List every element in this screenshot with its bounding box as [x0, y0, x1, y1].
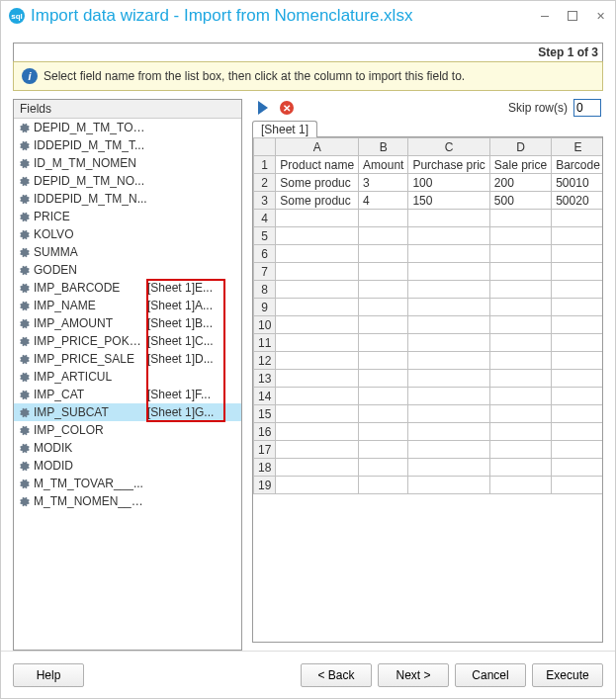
cell[interactable]: [359, 370, 408, 388]
cell[interactable]: [552, 210, 603, 227]
cell[interactable]: [276, 263, 359, 281]
cell[interactable]: [276, 477, 359, 494]
row-header[interactable]: 18: [254, 459, 276, 477]
close-button[interactable]: [593, 9, 607, 23]
cell[interactable]: [276, 210, 359, 227]
cell[interactable]: [408, 477, 489, 494]
field-row[interactable]: KOLVO: [14, 225, 241, 243]
field-row[interactable]: DEPID_M_TM_TOVAR: [14, 119, 241, 136]
cell[interactable]: [552, 477, 603, 494]
cell[interactable]: [276, 281, 359, 299]
row-header[interactable]: 16: [254, 423, 276, 441]
field-row[interactable]: MODIK: [14, 439, 241, 457]
cell[interactable]: [552, 388, 603, 405]
cell[interactable]: [359, 316, 408, 334]
maximize-button[interactable]: [566, 9, 579, 23]
row-header[interactable]: 19: [254, 477, 276, 494]
field-row[interactable]: IMP_AMOUNT[Sheet 1]B...: [14, 314, 241, 332]
cell[interactable]: 200: [489, 174, 551, 192]
field-row[interactable]: M_TM_TOVAR___...: [14, 475, 241, 492]
row-header[interactable]: 7: [254, 263, 276, 281]
cell[interactable]: [276, 316, 359, 334]
cell[interactable]: [408, 245, 489, 263]
row-header[interactable]: 6: [254, 245, 276, 263]
delete-button[interactable]: ✕: [278, 99, 296, 117]
field-row[interactable]: IMP_SUBCAT[Sheet 1]G...: [14, 403, 241, 421]
cell[interactable]: [359, 405, 408, 423]
cell[interactable]: [408, 227, 489, 245]
row-header[interactable]: 3: [254, 192, 276, 210]
cell[interactable]: [276, 405, 359, 423]
row-header[interactable]: 2: [254, 174, 276, 192]
cell[interactable]: [489, 423, 551, 441]
cell[interactable]: [552, 263, 603, 281]
cell[interactable]: [359, 477, 408, 494]
cell[interactable]: [359, 299, 408, 316]
cell[interactable]: Product name: [276, 156, 359, 174]
fields-list[interactable]: DEPID_M_TM_TOVARIDDEPID_M_TM_T...ID_M_TM…: [14, 119, 241, 650]
field-row[interactable]: PRICE: [14, 208, 241, 225]
cell[interactable]: [359, 334, 408, 352]
execute-button[interactable]: Execute: [532, 663, 603, 687]
cell[interactable]: 150: [408, 192, 489, 210]
cell[interactable]: [359, 423, 408, 441]
row-header[interactable]: 14: [254, 388, 276, 405]
row-header[interactable]: 12: [254, 352, 276, 370]
cell[interactable]: [552, 299, 603, 316]
cell[interactable]: [408, 263, 489, 281]
cell[interactable]: [552, 370, 603, 388]
cancel-button[interactable]: Cancel: [455, 663, 526, 687]
cell[interactable]: [408, 405, 489, 423]
column-header[interactable]: D: [489, 138, 551, 156]
cell[interactable]: [489, 370, 551, 388]
column-header[interactable]: E: [552, 138, 603, 156]
sheet-tab[interactable]: [Sheet 1]: [252, 121, 317, 137]
cell[interactable]: [276, 334, 359, 352]
cell[interactable]: [408, 441, 489, 459]
cell[interactable]: [489, 459, 551, 477]
cell[interactable]: [276, 459, 359, 477]
spreadsheet-grid[interactable]: ABCDE1Product nameAmountPurchase pricSal…: [252, 137, 603, 643]
cell[interactable]: [489, 263, 551, 281]
cell[interactable]: [552, 281, 603, 299]
cell[interactable]: 4: [359, 192, 408, 210]
row-header[interactable]: 4: [254, 210, 276, 227]
cell[interactable]: [276, 370, 359, 388]
cell[interactable]: [408, 299, 489, 316]
cell[interactable]: 500: [489, 192, 551, 210]
cell[interactable]: [408, 370, 489, 388]
help-button[interactable]: Help: [13, 663, 84, 687]
column-header[interactable]: B: [359, 138, 408, 156]
row-header[interactable]: 1: [254, 156, 276, 174]
field-row[interactable]: IMP_ARTICUL: [14, 368, 241, 386]
row-header[interactable]: 13: [254, 370, 276, 388]
field-row[interactable]: IMP_PRICE_SALE[Sheet 1]D...: [14, 350, 241, 368]
cell[interactable]: [489, 405, 551, 423]
cell[interactable]: 50020: [552, 192, 603, 210]
cell[interactable]: Purchase pric: [408, 156, 489, 174]
cell[interactable]: Some produc: [276, 192, 359, 210]
cell[interactable]: Barcode: [552, 156, 603, 174]
cell[interactable]: [276, 441, 359, 459]
cell[interactable]: [489, 227, 551, 245]
cell[interactable]: [359, 352, 408, 370]
row-header[interactable]: 15: [254, 405, 276, 423]
cell[interactable]: [359, 263, 408, 281]
cell[interactable]: [552, 316, 603, 334]
field-row[interactable]: GODEN: [14, 261, 241, 279]
field-row[interactable]: SUMMA: [14, 243, 241, 261]
row-header[interactable]: 10: [254, 316, 276, 334]
cell[interactable]: [489, 334, 551, 352]
cell[interactable]: [489, 281, 551, 299]
cell[interactable]: [489, 477, 551, 494]
cell[interactable]: Some produc: [276, 174, 359, 192]
cell[interactable]: [359, 227, 408, 245]
row-header[interactable]: 9: [254, 299, 276, 316]
skip-rows-input[interactable]: [573, 99, 601, 117]
cell[interactable]: [552, 405, 603, 423]
cell[interactable]: [408, 281, 489, 299]
cell[interactable]: [408, 388, 489, 405]
cell[interactable]: [489, 441, 551, 459]
row-header[interactable]: 11: [254, 334, 276, 352]
field-row[interactable]: IMP_BARCODE[Sheet 1]E...: [14, 279, 241, 297]
